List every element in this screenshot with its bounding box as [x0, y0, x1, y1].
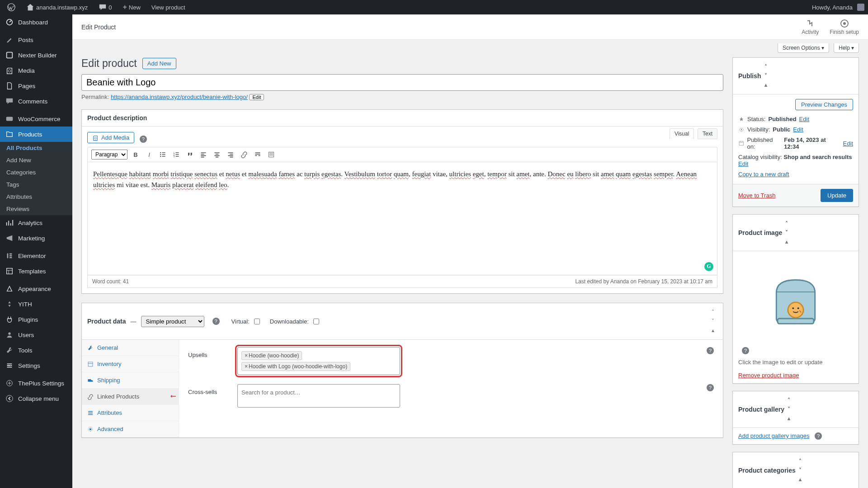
new-content[interactable]: +New	[119, 3, 144, 11]
site-name[interactable]: ananda.instawp.xyz	[23, 3, 91, 11]
comments-count[interactable]: 0	[95, 3, 115, 11]
site-name-text: ananda.instawp.xyz	[36, 4, 88, 11]
view-product-link[interactable]: View product	[148, 4, 189, 11]
wp-logo[interactable]	[4, 3, 19, 11]
howdy-text[interactable]: Howdy, Ananda	[812, 4, 853, 11]
avatar[interactable]	[857, 4, 864, 11]
